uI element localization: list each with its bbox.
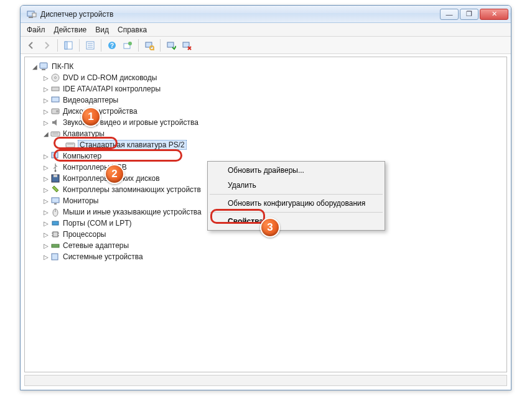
expander-icon[interactable]: ▷	[42, 220, 49, 227]
network-icon	[50, 241, 60, 251]
svg-rect-45	[52, 244, 59, 247]
expander-icon[interactable]: ▷	[42, 186, 49, 193]
back-button[interactable]	[24, 39, 38, 52]
usb-icon	[50, 162, 60, 172]
disk-icon	[50, 106, 60, 116]
root-label: ПК-ПК	[52, 62, 73, 71]
tree-item-disk[interactable]: ▷Дисковые устройства	[25, 106, 506, 117]
keyboard-icon	[50, 129, 60, 139]
svg-rect-4	[65, 42, 67, 49]
menu-separator	[210, 194, 383, 195]
svg-rect-46	[52, 254, 58, 260]
expander-icon[interactable]: ▷	[42, 119, 49, 126]
storage-icon	[50, 185, 60, 195]
sound-icon	[50, 117, 60, 127]
system-icon	[50, 252, 60, 262]
tree-item-keyboard-ps2[interactable]: Стандартная клавиатура PS/2	[25, 139, 506, 150]
expander-icon[interactable]: ▷	[42, 242, 49, 249]
minimize-button[interactable]: —	[440, 9, 459, 20]
menu-item-uninstall[interactable]: Удалить	[209, 178, 383, 193]
device-manager-window: Диспетчер устройств — ❐ ✕ Файл Действие …	[20, 5, 511, 390]
svg-rect-2	[32, 13, 36, 17]
tree-item-network[interactable]: ▷Сетевые адаптеры	[25, 240, 506, 251]
mouse-icon	[50, 207, 60, 217]
expander-icon[interactable]: ▷	[42, 75, 49, 81]
tree-item-video[interactable]: ▷Видеоадаптеры	[25, 94, 506, 106]
svg-text:?: ?	[110, 42, 114, 49]
expander-icon[interactable]: ▷	[42, 209, 49, 216]
dvd-icon	[50, 73, 60, 83]
svg-point-25	[56, 110, 58, 113]
svg-rect-16	[167, 42, 174, 47]
statusbar	[24, 375, 507, 386]
context-menu: Обновить драйверы... Удалить Обновить ко…	[207, 161, 385, 231]
ide-icon	[50, 84, 60, 94]
floppy-icon	[50, 173, 60, 183]
keyboard-icon	[65, 140, 75, 150]
tree-item-sound[interactable]: ▷Звуковые, видео и игровые устройства	[25, 117, 506, 128]
expander-icon[interactable]: ▷	[42, 254, 49, 260]
expander-icon[interactable]: ▷	[42, 97, 49, 104]
devicemanager-icon	[27, 9, 37, 19]
window-title: Диспетчер устройств	[40, 10, 440, 19]
svg-rect-39	[52, 221, 58, 225]
monitor-icon	[50, 196, 60, 206]
titlebar[interactable]: Диспетчер устройств — ❐ ✕	[21, 6, 511, 23]
tree-root[interactable]: ◢ ПК-ПК	[25, 61, 506, 72]
svg-rect-18	[40, 63, 47, 68]
menu-action[interactable]: Действие	[54, 25, 87, 34]
forward-button[interactable]	[40, 39, 54, 52]
tree-item-ide[interactable]: ▷IDE ATA/ATAPI контроллеры	[25, 83, 506, 94]
expander-icon[interactable]: ▷	[42, 153, 49, 160]
menubar: Файл Действие Вид Справка	[21, 23, 511, 37]
expander-icon[interactable]: ▷	[42, 164, 49, 171]
uninstall-device-button[interactable]	[180, 39, 194, 52]
svg-rect-40	[53, 232, 58, 237]
update-driver-button[interactable]	[121, 39, 134, 52]
port-icon	[50, 218, 60, 228]
expander-icon[interactable]: ▷	[42, 198, 49, 205]
svg-rect-36	[54, 203, 57, 205]
svg-line-15	[153, 49, 154, 50]
menu-file[interactable]: Файл	[27, 25, 45, 34]
menu-item-update-drivers[interactable]: Обновить драйверы...	[209, 163, 383, 178]
expander-icon[interactable]: ◢	[31, 63, 38, 70]
expander-icon[interactable]: ▷	[42, 108, 49, 115]
computer-icon	[39, 62, 49, 71]
svg-rect-23	[52, 97, 59, 102]
scan-hardware-button[interactable]	[142, 39, 156, 52]
display-icon	[50, 95, 60, 105]
menu-help[interactable]: Справка	[118, 25, 147, 34]
tree-item-dvd[interactable]: ▷DVD и CD-ROM дисководы	[25, 72, 506, 83]
close-button[interactable]: ✕	[480, 9, 508, 20]
properties-button[interactable]	[83, 39, 97, 52]
svg-rect-34	[54, 175, 57, 177]
menu-item-scan-hardware[interactable]: Обновить конфигурацию оборудования	[209, 196, 383, 211]
svg-rect-29	[66, 143, 75, 147]
show-hide-tree-button[interactable]	[62, 39, 75, 52]
cpu-icon	[50, 229, 60, 239]
expander-icon[interactable]: ◢	[42, 131, 49, 137]
svg-rect-35	[52, 198, 59, 203]
svg-rect-31	[52, 152, 58, 158]
svg-rect-22	[52, 87, 59, 91]
menu-separator	[210, 212, 383, 213]
toolbar: ?	[21, 37, 511, 54]
computer-icon	[50, 151, 60, 161]
menu-item-properties[interactable]: Свойства	[209, 214, 383, 229]
expander-icon[interactable]: ▷	[42, 231, 49, 238]
svg-rect-19	[42, 69, 45, 70]
enable-device-button[interactable]	[164, 39, 178, 52]
menu-view[interactable]: Вид	[95, 25, 109, 34]
svg-point-12	[128, 42, 132, 45]
tree-item-keyboards[interactable]: ◢Клавиатуры	[25, 128, 506, 139]
help-button[interactable]: ?	[105, 39, 119, 52]
tree-item-computer[interactable]: ▷Компьютер	[25, 150, 506, 162]
expander-icon[interactable]: ▷	[42, 175, 49, 182]
svg-point-21	[55, 77, 57, 79]
tree-item-system[interactable]: ▷Системные устройства	[25, 251, 506, 262]
expander-icon[interactable]: ▷	[42, 86, 49, 93]
maximize-button[interactable]: ❐	[460, 9, 478, 20]
svg-point-32	[55, 170, 57, 172]
